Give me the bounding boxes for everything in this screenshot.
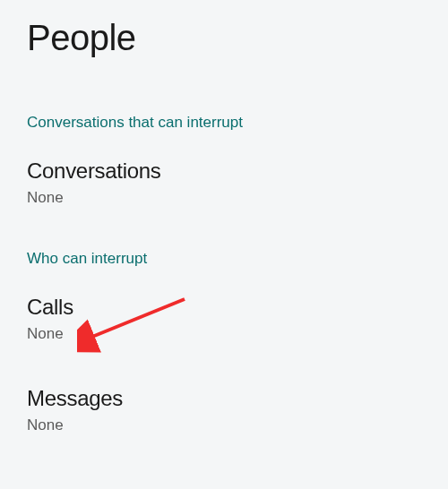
setting-conversations[interactable]: Conversations None — [27, 159, 421, 207]
setting-calls[interactable]: Calls None — [27, 295, 421, 343]
setting-title: Messages — [27, 386, 421, 411]
page-title: People — [27, 18, 421, 58]
setting-value: None — [27, 189, 421, 207]
setting-messages[interactable]: Messages None — [27, 386, 421, 434]
section-header-conversations: Conversations that can interrupt — [27, 114, 421, 132]
setting-title: Calls — [27, 295, 421, 320]
settings-page: People Conversations that can interrupt … — [0, 0, 448, 434]
setting-title: Conversations — [27, 159, 421, 184]
section-header-interrupt: Who can interrupt — [27, 250, 421, 268]
setting-value: None — [27, 325, 421, 343]
setting-value: None — [27, 416, 421, 434]
